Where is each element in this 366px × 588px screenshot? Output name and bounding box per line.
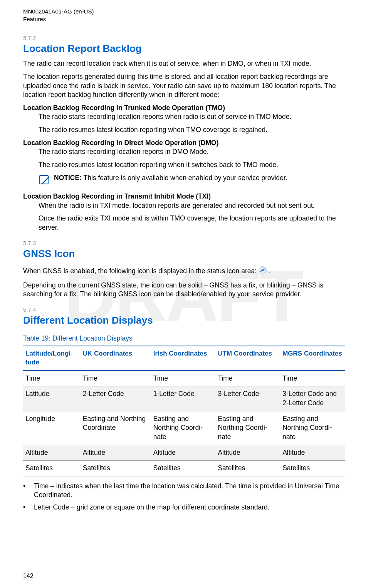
table-cell: Time [151,371,216,386]
body-text: The radio starts recording location repo… [39,147,345,157]
body-text: The radio can record location track when… [23,59,345,68]
location-displays-table: Latitude/Longi­tude UK Coordinates Irish… [23,346,345,476]
table-cell: Satellites [81,461,151,476]
table-header: UK Coordinates [81,346,151,371]
table-cell: Altitude [215,445,280,461]
table-cell: Easting and Northing Coordi­nate [151,411,216,445]
notice-label: NOTICE: [54,174,82,182]
table-cell: Time [23,371,81,386]
table-cell: 3-Letter Code [215,386,280,411]
table-row: Time Time Time Time Time [23,371,345,386]
body-text: Depending on the current GNSS state, the… [23,281,345,299]
table-cell: Time [81,371,151,386]
table-cell: Satellites [151,461,216,476]
table-cell: Altitude [81,445,151,461]
section-number-574: 5.7.4 [23,306,345,314]
notice-icon [39,174,50,189]
table-cell: Time [215,371,280,386]
subheading-txi: Location Backlog Recording in Transmit I… [23,192,345,201]
section-title-574: Different Location Displays [23,314,345,327]
doc-id: MN002041A01-AG (en-US) [23,8,345,15]
body-text: The radio starts recording location repo… [39,112,345,122]
bullet-text: Letter Code – grid zone or square on the… [34,503,345,512]
table-row: Latitude 2-Letter Code 1-Letter Code 3-L… [23,386,345,411]
table-cell: Easting and Northing Coordi­nate [81,411,151,445]
table-header: MGRS Coordi­nates [280,346,345,371]
body-text: Once the radio exits TXI mode and is wit… [39,214,345,232]
notice-body: This feature is only available when enab… [82,174,287,182]
table-cell: Altitude [23,445,81,461]
notice-callout: NOTICE: This feature is only available w… [39,174,345,189]
table-cell: 2-Letter Code [81,386,151,411]
table-cell: Time [280,371,345,386]
text-fragment: When GNSS is enabled, the following icon… [23,267,259,275]
body-text: The location reports generated during th… [23,72,345,100]
table-cell: Satellites [23,461,81,476]
bullet-marker: • [23,482,34,500]
bullet-text: Time – indicates when the last time the … [34,482,345,500]
page-number: 142 [23,572,34,580]
notice-text: NOTICE: This feature is only available w… [54,174,345,183]
section-title-572: Location Report Backlog [23,42,345,55]
body-text: When the radio is in TXI mode, location … [39,201,345,210]
table-row: Longitude Easting and Northing Coordi­na… [23,411,345,445]
table-header: UTM Coordi­nates [215,346,280,371]
bullet-list: • Time – indicates when the last time th… [23,482,345,512]
table-cell: 1-Letter Code [151,386,216,411]
bullet-marker: • [23,503,34,512]
table-cell: Easting and Northing Coordi­nate [280,411,345,445]
document-header: MN002041A01-AG (en-US) Features [23,8,345,23]
list-item: • Letter Code – grid zone or square on t… [23,503,345,512]
table-row: Satellites Satellites Satellites Satelli… [23,461,345,476]
body-text: When GNSS is enabled, the following icon… [23,266,345,277]
table-header-row: Latitude/Longi­tude UK Coordinates Irish… [23,346,345,371]
table-cell: Easting and Northing Coordi­nate [215,411,280,445]
table-cell: 3-Letter Code and 2-Letter Code [280,386,345,411]
table-cell: Altitude [280,445,345,461]
table-cell: Longitude [23,411,81,445]
table-cell: Altitude [151,445,216,461]
table-cell: Satellites [280,461,345,476]
section-title-573: GNSS Icon [23,247,345,261]
body-text: The radio resumes latest location report… [39,160,345,170]
table-header: Latitude/Longi­tude [23,346,81,371]
section-number-572: 5.7.2 [23,34,345,42]
table-header: Irish Coordi­nates [151,346,216,371]
section-number-573: 5.7.3 [23,239,345,247]
gnss-satellite-icon [259,266,267,277]
text-fragment: . [267,267,271,275]
list-item: • Time – indicates when the last time th… [23,482,345,500]
subheading-dmo: Location Backlog Recording in Direct Mod… [23,139,345,148]
table-cell: Satellites [215,461,280,476]
table-row: Altitude Altitude Altitude Altitude Alti… [23,445,345,461]
table-cell: Latitude [23,386,81,411]
chapter-name: Features [23,15,345,23]
body-text: The radio resumes latest location report… [39,125,345,135]
table-title: Table 19: Different Location Displays [23,334,345,343]
subheading-tmo: Location Backlog Recording in Trunked Mo… [23,104,345,113]
